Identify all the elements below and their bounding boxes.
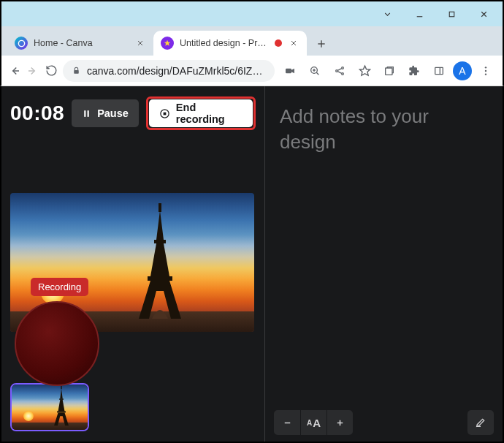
svg-marker-15 (291, 68, 294, 73)
pause-button[interactable]: Pause (72, 99, 139, 127)
browser-tabstrip: Home - Canva Untitled design - Prese (0, 26, 504, 56)
tab-overview-button[interactable] (378, 60, 400, 82)
eiffel-tower-icon (134, 203, 186, 320)
stop-icon (159, 108, 170, 119)
webcam-overlay[interactable] (15, 301, 99, 386)
nav-forward-button[interactable] (26, 60, 39, 82)
svg-marker-34 (156, 211, 164, 240)
zoom-button[interactable] (304, 60, 326, 82)
camera-indicator-icon[interactable] (279, 60, 301, 82)
svg-point-27 (485, 69, 486, 71)
pause-icon (82, 109, 91, 118)
font-increase-button[interactable] (327, 410, 353, 435)
svg-rect-30 (88, 110, 89, 117)
notes-pane: Add notes to your design A A (265, 86, 503, 442)
pause-label: Pause (97, 107, 129, 119)
svg-line-21 (337, 71, 341, 73)
slide-preview[interactable]: Recording (10, 193, 254, 332)
app-content: 00:08 Pause End recording (0, 86, 504, 443)
svg-rect-23 (386, 68, 392, 75)
address-bar[interactable]: canva.com/design/DAFuZMrkl5c/6IZOHI… (63, 60, 275, 82)
tab-close-icon[interactable] (134, 37, 146, 49)
end-recording-highlight: End recording (146, 96, 256, 130)
window-minimize-button[interactable] (403, 2, 435, 26)
window-maximize-button[interactable] (435, 2, 467, 26)
canva-design-favicon-icon (161, 37, 174, 50)
svg-point-26 (485, 67, 486, 68)
svg-line-17 (316, 72, 318, 75)
svg-point-4 (18, 40, 24, 46)
window-titlebar (0, 0, 504, 26)
svg-rect-13 (74, 70, 79, 74)
recorder-pane: 00:08 Pause End recording (1, 86, 264, 442)
svg-marker-36 (150, 243, 169, 276)
font-size-button[interactable]: A A (300, 410, 327, 435)
svg-line-20 (337, 68, 341, 70)
svg-marker-40 (60, 388, 62, 398)
tab-title: Untitled design - Prese (180, 38, 269, 48)
browser-toolbar: canva.com/design/DAFuZMrkl5c/6IZOHI… A (0, 56, 504, 86)
avatar-initial: A (459, 65, 465, 77)
svg-rect-35 (154, 240, 166, 243)
recording-indicator-icon (275, 39, 282, 47)
nav-back-button[interactable] (7, 60, 21, 82)
share-button[interactable] (329, 60, 351, 82)
svg-rect-29 (84, 110, 85, 117)
font-large-label: A (313, 417, 321, 429)
browser-menu-button[interactable] (475, 60, 497, 82)
svg-marker-22 (359, 66, 370, 75)
svg-marker-44 (54, 412, 69, 425)
window-dropdown-button[interactable] (371, 2, 403, 26)
bookmark-button[interactable] (354, 60, 375, 82)
end-recording-button[interactable]: End recording (149, 99, 253, 127)
svg-marker-42 (58, 400, 65, 411)
lock-icon (72, 66, 81, 75)
sidepanel-button[interactable] (428, 60, 450, 82)
canva-favicon-icon (15, 37, 28, 50)
edit-notes-button[interactable] (467, 410, 494, 435)
notes-toolbar: A A (265, 404, 503, 442)
svg-rect-43 (57, 411, 66, 412)
end-recording-label: End recording (176, 102, 243, 125)
browser-tab-home[interactable]: Home - Canva (7, 31, 153, 56)
recorder-controls: 00:08 Pause End recording (10, 96, 256, 130)
browser-tab-design[interactable]: Untitled design - Prese (153, 31, 307, 56)
font-small-label: A (307, 419, 312, 427)
nav-reload-button[interactable] (45, 60, 58, 82)
svg-rect-32 (163, 112, 166, 115)
svg-rect-37 (148, 276, 172, 281)
font-decrease-button[interactable] (274, 410, 300, 435)
svg-rect-14 (286, 68, 291, 73)
profile-avatar[interactable]: A (453, 61, 472, 80)
recording-timer: 00:08 (10, 102, 64, 125)
tab-title: Home - Canva (34, 38, 129, 48)
tab-close-icon[interactable] (288, 37, 299, 49)
slide-thumbnail[interactable] (10, 383, 89, 431)
extensions-button[interactable] (403, 60, 425, 82)
notes-textarea[interactable]: Add notes to your design (265, 86, 503, 404)
window-close-button[interactable] (467, 2, 500, 26)
svg-rect-24 (435, 67, 443, 74)
svg-rect-1 (449, 12, 454, 17)
url-text: canva.com/design/DAFuZMrkl5c/6IZOHI… (87, 65, 266, 77)
svg-rect-41 (59, 398, 64, 400)
new-tab-button[interactable] (310, 32, 333, 56)
svg-point-28 (485, 73, 486, 75)
recording-badge: Recording (31, 278, 88, 296)
